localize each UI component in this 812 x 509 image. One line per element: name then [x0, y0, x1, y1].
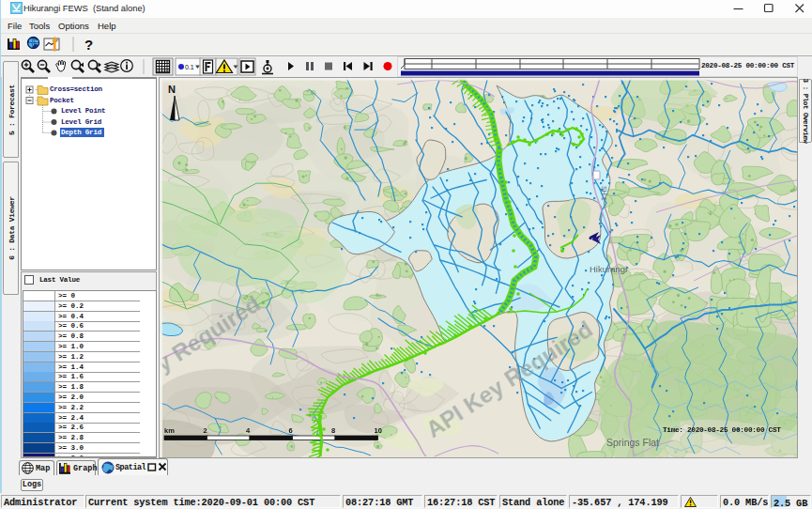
svg-text:?: ? [84, 37, 93, 53]
svg-text:0.1: 0.1 [185, 64, 194, 70]
svg-text:N: N [168, 84, 176, 95]
svg-text:SH 1: SH 1 [601, 186, 607, 201]
svg-text:Time: 2020-08-25 00:00:00 CST: Time: 2020-08-25 00:00:00 CST [663, 426, 781, 434]
svg-text:Springs Flat: Springs Flat [606, 437, 659, 448]
svg-text:10: 10 [375, 426, 382, 435]
svg-text:6: 6 [289, 426, 293, 435]
svg-text:8: 8 [331, 426, 335, 435]
svg-text:2: 2 [204, 426, 207, 435]
svg-text:Hikurangi: Hikurangi [590, 264, 627, 274]
svg-text:km: km [164, 426, 175, 435]
